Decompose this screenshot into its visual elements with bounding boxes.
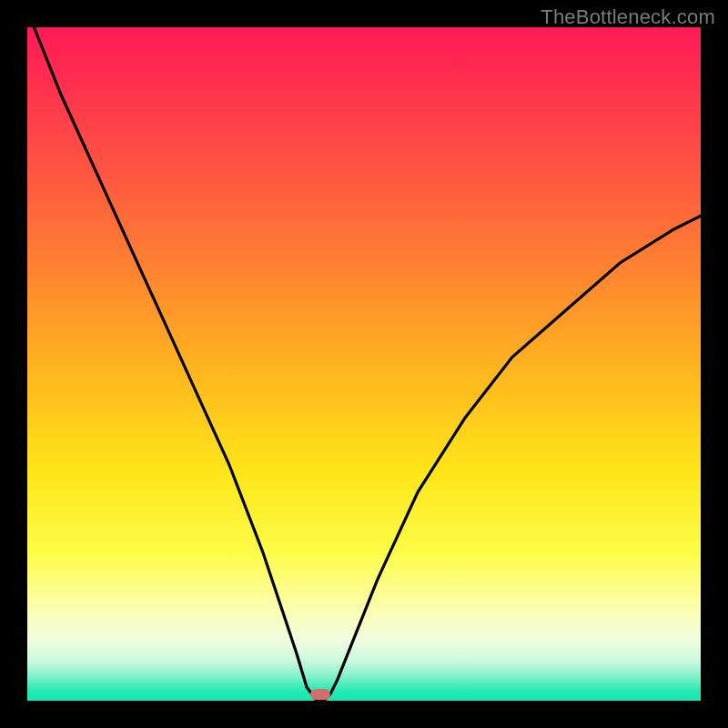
chart-frame: TheBottleneck.com	[0, 0, 728, 728]
optimal-point-marker	[310, 689, 330, 700]
watermark-text: TheBottleneck.com	[541, 5, 715, 29]
bottleneck-curve	[27, 27, 701, 701]
plot-area	[27, 27, 701, 701]
